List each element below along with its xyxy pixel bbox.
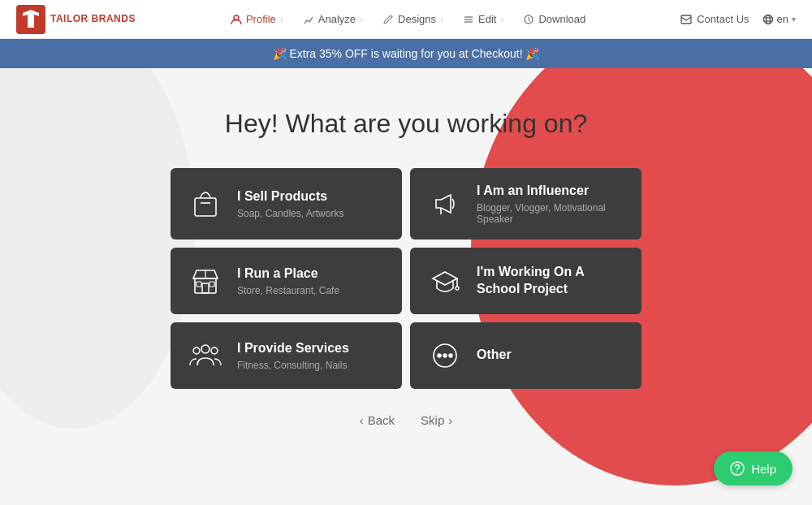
nav-analyze[interactable]: Analyze › xyxy=(295,10,371,28)
language-selector[interactable]: en ▾ xyxy=(762,13,796,25)
top-nav: Profile › Analyze › Designs › Edit › xyxy=(222,10,594,28)
svg-point-21 xyxy=(456,287,459,290)
option-other[interactable]: Other xyxy=(410,322,641,389)
back-chevron-icon: ‹ xyxy=(360,413,364,427)
logo-icon xyxy=(16,5,45,34)
svg-rect-6 xyxy=(681,15,691,24)
nav-edit-label: Edit xyxy=(478,13,496,25)
option-provide-services[interactable]: I Provide Services Fitness, Consulting, … xyxy=(171,322,402,389)
option-influencer[interactable]: I Am an Influencer Blogger, Vlogger, Mot… xyxy=(410,168,641,240)
chart-icon xyxy=(303,14,314,25)
influencer-title: I Am an Influencer xyxy=(477,183,625,200)
nav-sep-3: › xyxy=(440,14,443,25)
dots-icon xyxy=(426,337,464,374)
option-sell-products[interactable]: I Sell Products Soap, Candles, Artworks xyxy=(171,168,402,240)
graduation-icon xyxy=(426,262,464,300)
store-icon xyxy=(187,262,224,300)
svg-point-28 xyxy=(449,354,452,357)
skip-label: Skip xyxy=(421,413,444,427)
svg-rect-17 xyxy=(209,282,214,287)
skip-button[interactable]: Skip › xyxy=(421,413,452,427)
sell-products-text: I Sell Products Soap, Candles, Artworks xyxy=(237,188,343,219)
nav-sep-2: › xyxy=(360,14,363,25)
back-button[interactable]: ‹ Back xyxy=(360,413,395,427)
svg-point-23 xyxy=(193,347,200,354)
options-grid: I Sell Products Soap, Candles, Artworks … xyxy=(171,168,641,389)
option-run-place[interactable]: I Run a Place Store, Restaurant, Cafe xyxy=(171,248,402,314)
svg-rect-15 xyxy=(202,283,209,293)
nav-sep-1: › xyxy=(280,14,283,25)
logo[interactable]: TAILOR BRANDS xyxy=(16,5,136,34)
clock-icon xyxy=(523,14,534,25)
skip-chevron-icon: › xyxy=(448,413,452,427)
lang-label: en xyxy=(777,13,788,25)
nav-profile-label: Profile xyxy=(246,13,276,25)
other-text: Other xyxy=(477,347,512,364)
help-label: Help xyxy=(751,462,776,476)
svg-point-26 xyxy=(438,354,441,357)
bag-icon xyxy=(187,185,224,222)
people-icon xyxy=(187,337,224,374)
globe-icon xyxy=(762,14,774,25)
nav-sep-4: › xyxy=(500,14,503,25)
nav-profile[interactable]: Profile › xyxy=(222,10,292,28)
help-button[interactable]: Help xyxy=(714,451,793,486)
influencer-subtitle: Blogger, Vlogger, Motivational Speaker xyxy=(477,202,625,225)
main-content: Hey! What are you working on? I Sell Pro… xyxy=(0,68,812,427)
mail-icon xyxy=(680,15,692,24)
school-project-title: I'm Working On A School Project xyxy=(477,264,625,298)
page-title: Hey! What are you working on? xyxy=(225,109,587,139)
header-right: Contact Us en ▾ xyxy=(680,13,796,25)
sell-products-title: I Sell Products xyxy=(237,188,343,205)
provide-services-subtitle: Fitness, Consulting, Nails xyxy=(237,360,349,371)
svg-point-22 xyxy=(201,345,209,353)
nav-analyze-label: Analyze xyxy=(318,13,356,25)
nav-buttons: ‹ Back Skip › xyxy=(360,413,453,427)
sell-products-subtitle: Soap, Candles, Artworks xyxy=(237,208,343,219)
provide-services-text: I Provide Services Fitness, Consulting, … xyxy=(237,340,349,371)
svg-point-8 xyxy=(766,15,770,24)
other-title: Other xyxy=(477,347,512,364)
svg-rect-16 xyxy=(197,282,201,287)
back-label: Back xyxy=(368,413,395,427)
contact-us-button[interactable]: Contact Us xyxy=(680,13,749,25)
svg-rect-11 xyxy=(195,198,216,216)
header: TAILOR BRANDS Profile › Analyze › Design… xyxy=(0,0,812,39)
nav-download-label: Download xyxy=(538,13,585,25)
option-school-project[interactable]: I'm Working On A School Project xyxy=(410,248,641,314)
svg-point-30 xyxy=(736,471,738,473)
help-icon xyxy=(730,461,745,476)
svg-point-7 xyxy=(763,15,772,24)
megaphone-icon xyxy=(426,185,464,222)
nav-download[interactable]: Download xyxy=(515,10,594,28)
nav-designs[interactable]: Designs › xyxy=(374,10,451,28)
nav-designs-label: Designs xyxy=(398,13,436,25)
nav-edit[interactable]: Edit › xyxy=(455,10,512,28)
promo-banner: 🎉 Extra 35% OFF is waiting for you at Ch… xyxy=(0,39,812,68)
lang-chevron-icon: ▾ xyxy=(792,15,796,24)
svg-point-24 xyxy=(211,347,218,354)
contact-us-label: Contact Us xyxy=(697,13,749,25)
svg-point-29 xyxy=(731,462,744,475)
sliders-icon xyxy=(463,14,474,25)
pencil-icon xyxy=(382,14,394,25)
svg-point-27 xyxy=(443,354,447,357)
provide-services-title: I Provide Services xyxy=(237,340,349,357)
school-project-text: I'm Working On A School Project xyxy=(477,264,625,298)
run-place-text: I Run a Place Store, Restaurant, Cafe xyxy=(237,265,339,296)
svg-rect-13 xyxy=(195,278,216,293)
run-place-title: I Run a Place xyxy=(237,265,339,283)
logo-text: TAILOR BRANDS xyxy=(50,14,136,24)
person-icon xyxy=(231,14,242,25)
promo-banner-text: 🎉 Extra 35% OFF is waiting for you at Ch… xyxy=(273,47,540,60)
run-place-subtitle: Store, Restaurant, Cafe xyxy=(237,285,339,296)
influencer-text: I Am an Influencer Blogger, Vlogger, Mot… xyxy=(477,183,625,225)
